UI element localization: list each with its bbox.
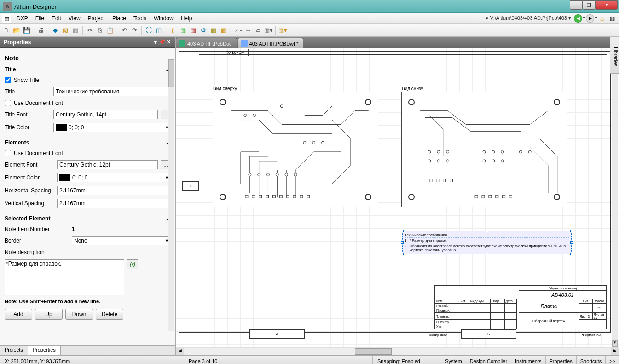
dimension-icon[interactable]: ↔ [243, 26, 253, 35]
menu-dxp[interactable]: DXP [13, 14, 32, 23]
svg-point-28 [483, 150, 486, 153]
status-more[interactable]: >> [605, 356, 619, 364]
workspace-icon[interactable]: ◆ [51, 26, 60, 35]
annotation-icon[interactable]: ▱ [254, 26, 263, 35]
kopiroval-label: Копировал [429, 333, 447, 337]
border-select[interactable]: None▼ [72, 236, 171, 245]
status-compiler[interactable]: Design Compiler [466, 356, 511, 364]
zoom-fit-icon[interactable]: ⛶ [144, 26, 153, 35]
menu-help[interactable]: Help [177, 14, 196, 23]
menu-view[interactable]: View [65, 14, 84, 23]
menu-edit[interactable]: Edit [48, 14, 65, 23]
component-icon[interactable]: ⚙ [199, 26, 208, 35]
zoom-selected-icon[interactable]: ◫ [154, 26, 163, 35]
elem-font-input[interactable] [57, 160, 158, 169]
panel-title: Properties [4, 39, 31, 46]
utilities-icon[interactable]: ▦▾ [278, 26, 287, 35]
netlist-icon[interactable]: ▦ [209, 26, 218, 35]
menu-tools[interactable]: Tools [130, 14, 150, 23]
hspacing-input[interactable] [57, 186, 171, 195]
status-properties[interactable]: Properties [545, 356, 576, 364]
svg-point-10 [285, 173, 288, 176]
status-instruments[interactable]: Instruments [511, 356, 545, 364]
libraries-tab[interactable]: Libraries [610, 37, 619, 74]
vspacing-label: Vertical Spacing [5, 200, 54, 207]
notes-annotation[interactable]: Технические требования 1.* Размер для сп… [402, 231, 572, 254]
paste-icon[interactable]: 📋 [105, 26, 115, 35]
panel-pin-icon[interactable]: 📌 [159, 39, 165, 45]
tab-pcbdoc[interactable]: 403 AD ПП.PcbDoc [176, 38, 237, 48]
add-button[interactable]: Add [5, 309, 32, 320]
print-icon[interactable]: 🖨 [36, 26, 46, 35]
compile-icon[interactable]: ▦ [71, 26, 80, 35]
delete-button[interactable]: Delete [96, 309, 123, 320]
note-2-text: Обозначения электроэлементов соответству… [410, 244, 569, 252]
status-shortcuts[interactable]: Shortcuts [576, 356, 605, 364]
save-icon[interactable]: 💾 [22, 26, 31, 35]
panel-scrollbar[interactable] [168, 59, 174, 331]
nav-back-icon[interactable]: ◀ [574, 14, 582, 23]
redo-icon[interactable]: ↷ [130, 26, 139, 35]
border-label: Border [5, 237, 69, 244]
svg-point-23 [437, 150, 440, 153]
show-title-checkbox[interactable] [5, 77, 11, 83]
app-icon: A [3, 2, 12, 11]
use-doc-font2-checkbox[interactable] [5, 150, 11, 156]
fx-button[interactable]: (x) [127, 259, 138, 269]
title-font-input[interactable] [53, 110, 158, 119]
open-project-icon[interactable]: ▧ [61, 26, 70, 35]
tab-properties[interactable]: Properties [28, 346, 61, 355]
svg-point-27 [446, 160, 449, 162]
titlebar: A Altium Designer — ❐ ✕ [0, 0, 619, 13]
project-path[interactable]: V:\Altium\0403\403 AD.PrjPcb\403 ▾ [490, 15, 573, 21]
title-color-picker[interactable]: 0; 0; 0▼ [53, 123, 171, 132]
use-doc-font-checkbox[interactable] [5, 100, 11, 106]
ruler-a-bottom: А [249, 329, 305, 339]
measure-icon[interactable]: ⟋▾ [233, 26, 243, 35]
pcb-top-view: Вид сверху [213, 92, 378, 207]
up-button[interactable]: Up [35, 309, 63, 320]
vspacing-input[interactable] [57, 199, 171, 208]
group-title[interactable]: Title︽ [4, 64, 172, 75]
canvas-hscrollbar[interactable]: ◀ ▶ [176, 347, 619, 355]
group-selected[interactable]: Selected Element︽ [4, 214, 172, 224]
minimize-button[interactable]: — [570, 0, 583, 10]
group-elements[interactable]: Elements︽ [4, 138, 172, 148]
cross-select-icon[interactable]: ▦ [189, 26, 198, 35]
home-icon[interactable]: ⌂ [598, 14, 606, 23]
elem-color-picker[interactable]: 0; 0; 0▼ [57, 173, 171, 182]
note-description-input[interactable]: *Размер для справок. [5, 259, 124, 295]
panel-close-icon[interactable]: ✕ [165, 39, 172, 45]
title-input[interactable] [53, 87, 171, 96]
maximize-button[interactable]: ❐ [583, 0, 596, 10]
grid-icon[interactable]: ▦▾ [264, 26, 273, 35]
drawing-canvas[interactable]: 1 А Б AD403.01 Вид сверху [176, 48, 619, 347]
dxp-icon[interactable]: ▦ [2, 14, 11, 23]
status-system[interactable]: System [441, 356, 466, 364]
tab-projects[interactable]: Projects [0, 346, 28, 355]
nav-forward-icon[interactable]: ▶ [586, 14, 594, 23]
dropdown-icon[interactable]: ⋮▾ [482, 16, 490, 21]
favorites-icon[interactable]: ▥ [608, 14, 616, 23]
tab-pcbdwf[interactable]: 403 AD ПП.PCBDwf * [238, 38, 304, 48]
canvas-vscrollbar[interactable]: ▲ ▼ [612, 48, 618, 347]
undo-icon[interactable]: ↶ [120, 26, 129, 35]
close-button[interactable]: ✕ [596, 0, 618, 10]
show-title-label: Show Title [14, 77, 39, 83]
pcb-bottom-view: Вид снизу [401, 92, 567, 207]
menu-project[interactable]: Project [84, 14, 109, 23]
down-button[interactable]: Down [65, 309, 93, 320]
select-icon[interactable]: ▯ [168, 26, 178, 35]
open-file-icon[interactable]: 📂 [12, 26, 21, 35]
panel-dropdown-icon[interactable]: ▼ [152, 40, 159, 45]
cut-icon[interactable]: ✂ [85, 26, 94, 35]
copy-icon[interactable]: ⎘ [95, 26, 104, 35]
move-icon[interactable]: ▦ [179, 26, 188, 35]
menu-window[interactable]: Window [150, 14, 177, 23]
new-file-icon[interactable]: 🗋 [2, 26, 11, 35]
menu-place[interactable]: Place [109, 14, 130, 23]
output-icon[interactable]: ▦ [219, 26, 228, 35]
format-label: Формат А3 [582, 333, 601, 337]
menu-file[interactable]: File [32, 14, 48, 23]
hspacing-label: Horizontal Spacing [5, 187, 54, 194]
